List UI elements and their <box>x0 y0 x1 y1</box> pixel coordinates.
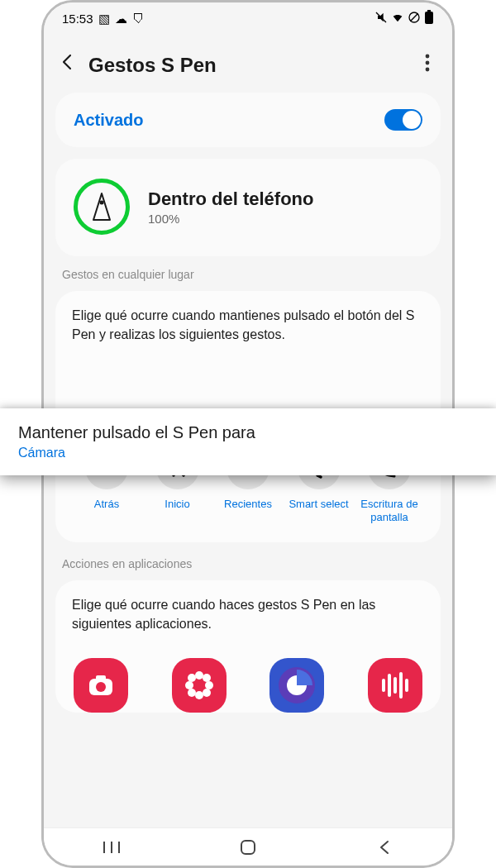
pen-status-percent: 100% <box>148 212 422 226</box>
hold-spen-action-title: Mantener pulsado el S Pen para <box>18 423 478 442</box>
svg-point-15 <box>205 681 213 689</box>
shortcut-back-label: Atrás <box>94 498 119 511</box>
shortcut-recents-label: Recientes <box>224 498 272 511</box>
svg-point-6 <box>426 60 430 64</box>
hold-spen-action-value: Cámara <box>18 446 478 460</box>
svg-rect-4 <box>427 10 431 12</box>
app-camera[interactable] <box>74 658 128 713</box>
svg-point-7 <box>426 67 430 71</box>
master-toggle-row[interactable]: Activado <box>55 93 441 147</box>
battery-icon <box>424 10 434 26</box>
svg-rect-11 <box>96 675 106 680</box>
cloud-status-icon: ☁ <box>115 12 127 25</box>
gallery-status-icon: ▧ <box>98 12 110 25</box>
svg-point-20 <box>196 682 203 689</box>
svg-line-0 <box>376 12 386 22</box>
svg-rect-31 <box>241 841 255 854</box>
svg-point-5 <box>426 54 430 58</box>
status-time: 15:53 <box>62 12 93 26</box>
hold-spen-action-row[interactable]: Mantener pulsado el S Pen para Cámara <box>0 408 496 475</box>
svg-point-17 <box>203 674 211 682</box>
nav-recents-button[interactable] <box>100 836 123 859</box>
app-internet[interactable] <box>269 658 324 713</box>
wifi-icon <box>391 11 404 26</box>
svg-point-10 <box>96 682 106 692</box>
anywhere-gestures-description: Elige qué ocurre cuando mantienes pulsad… <box>72 306 424 344</box>
mute-icon <box>374 11 388 26</box>
pen-status-title: Dentro del teléfono <box>148 188 422 210</box>
svg-point-16 <box>188 674 196 682</box>
shortcut-home-label: Inicio <box>165 498 189 511</box>
svg-line-2 <box>410 13 417 21</box>
svg-point-14 <box>185 681 193 689</box>
master-toggle-switch[interactable] <box>384 109 422 131</box>
svg-point-18 <box>188 689 196 697</box>
svg-point-19 <box>203 689 211 697</box>
svg-point-12 <box>195 671 203 680</box>
apps-section-header: Acciones en aplicaciones <box>55 554 441 580</box>
pen-tip-icon <box>90 190 113 223</box>
svg-point-13 <box>195 691 203 699</box>
no-sim-icon <box>408 11 421 26</box>
system-nav-bar <box>44 827 452 866</box>
page-title: Gestos S Pen <box>88 54 417 77</box>
shortcut-smart-select-label: Smart select <box>289 498 348 511</box>
svg-rect-3 <box>425 12 433 24</box>
master-toggle-label: Activado <box>74 111 143 130</box>
svg-point-8 <box>100 201 104 205</box>
nav-home-button[interactable] <box>236 836 260 859</box>
shield-status-icon: ⛉ <box>132 12 145 25</box>
pen-status-card: Dentro del teléfono 100% <box>55 159 441 256</box>
app-voice-recorder[interactable] <box>368 658 422 713</box>
pen-battery-ring-icon <box>74 179 130 235</box>
nav-back-button[interactable] <box>373 836 396 859</box>
page-header: Gestos S Pen <box>44 34 452 93</box>
more-options-button[interactable] <box>417 54 437 77</box>
app-gallery[interactable] <box>172 658 227 713</box>
shortcut-screen-write-label: Escritura de pantalla <box>357 498 422 523</box>
back-button[interactable] <box>59 52 83 78</box>
anywhere-section-header: Gestos en cualquier lugar <box>55 268 441 291</box>
app-actions-card: Elige qué ocurre cuando haces gestos S P… <box>55 580 441 713</box>
status-bar: 15:53 ▧ ☁ ⛉ <box>44 2 452 34</box>
app-actions-description: Elige qué ocurre cuando haces gestos S P… <box>72 595 424 633</box>
